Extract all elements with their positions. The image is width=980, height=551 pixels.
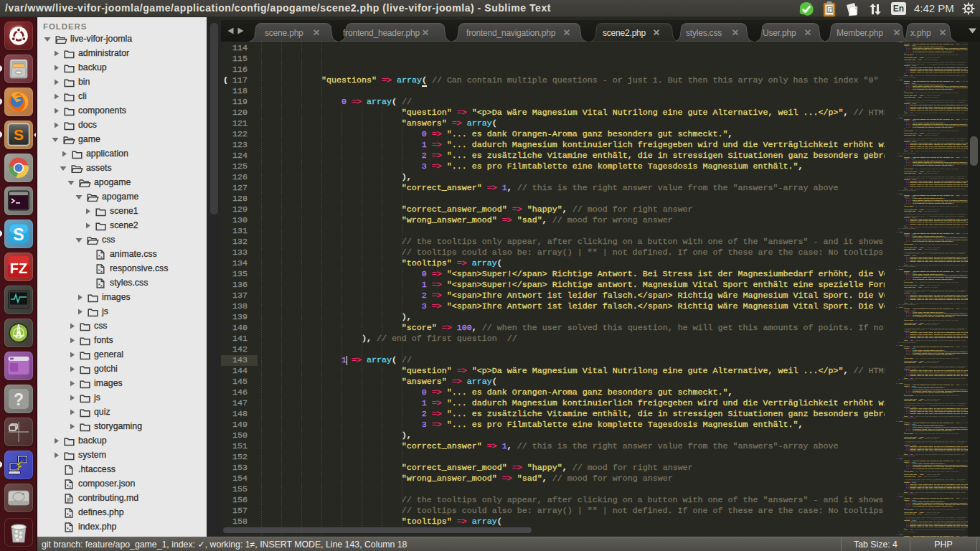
svg-text:FZ: FZ: [10, 260, 27, 276]
svg-text:frontend_header.php: frontend_header.php: [343, 28, 420, 38]
svg-text:Member.php: Member.php: [837, 28, 883, 38]
svg-text:S: S: [14, 126, 24, 143]
svg-text:x.php: x.php: [910, 28, 931, 38]
svg-text:?: ?: [14, 390, 24, 409]
svg-text:User.php: User.php: [763, 28, 796, 38]
svg-text:styles.css: styles.css: [686, 28, 722, 38]
svg-text:scene2.php: scene2.php: [603, 28, 646, 38]
svg-text:scene.php: scene.php: [265, 28, 303, 38]
svg-text:S: S: [13, 225, 24, 244]
svg-text:frontend_navigation.php: frontend_navigation.php: [466, 28, 556, 38]
